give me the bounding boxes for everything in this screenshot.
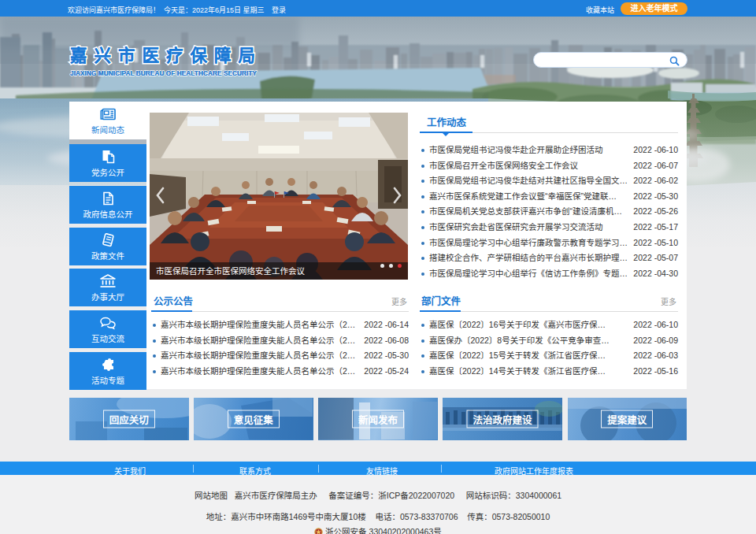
svg-text:嘉兴市医疗保障局: 嘉兴市医疗保障局 bbox=[70, 46, 262, 65]
svg-text:JIAXING MUNICIPAL BUREAU OF HE: JIAXING MUNICIPAL BUREAU OF HEALTHCARE S… bbox=[70, 70, 258, 77]
